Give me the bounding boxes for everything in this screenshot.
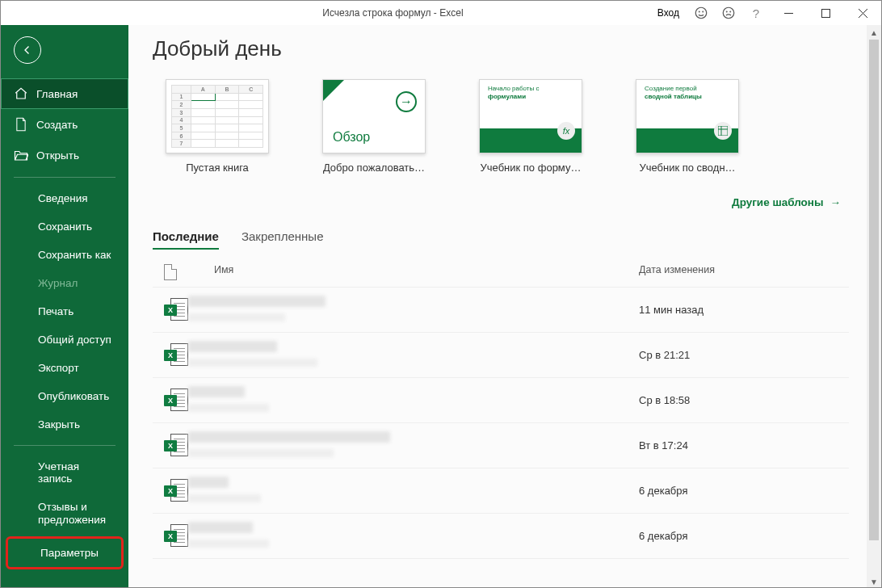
sidebar: Главная Создать Открыть Сведения Сохрани… — [1, 25, 128, 588]
arrow-right-icon: → — [830, 196, 842, 208]
template-label: Учебник по форму… — [466, 162, 595, 174]
file-row[interactable]: X Ср в 18:58 — [153, 378, 849, 423]
file-name — [188, 522, 639, 551]
divider — [14, 445, 116, 446]
sidebar-item-open[interactable]: Открыть — [1, 140, 128, 170]
recent-tabs: Последние Закрепленные — [153, 229, 849, 250]
window-title: Исчезла строка формул - Excel — [136, 7, 649, 19]
template-formulas[interactable]: Начало работы сформулами fx Учебник по ф… — [466, 79, 595, 174]
file-name — [188, 341, 639, 370]
back-button[interactable] — [14, 36, 41, 64]
maximize-button[interactable] — [807, 1, 844, 25]
sidebar-item-info[interactable]: Сведения — [1, 184, 128, 212]
sidebar-item-new[interactable]: Создать — [1, 109, 128, 140]
excel-file-icon: X — [164, 343, 188, 368]
help-icon[interactable]: ? — [742, 1, 770, 25]
file-row[interactable]: X Вт в 17:24 — [153, 423, 849, 468]
sidebar-item-share[interactable]: Общий доступ — [1, 326, 128, 354]
template-label: Учебник по сводн… — [623, 162, 752, 174]
frown-icon[interactable] — [715, 1, 742, 25]
file-date: 6 декабря — [639, 530, 849, 542]
tab-recent[interactable]: Последние — [153, 229, 219, 250]
smile-icon[interactable] — [687, 1, 715, 25]
sidebar-item-home[interactable]: Главная — [1, 78, 128, 109]
sidebar-item-label: Открыть — [36, 149, 79, 162]
template-pivot[interactable]: Создание первойсводной таблицы Учебник п… — [623, 79, 752, 174]
file-date: 6 декабря — [639, 485, 849, 497]
fx-icon: fx — [557, 122, 575, 140]
arrow-right-icon: → — [396, 91, 417, 112]
scroll-up-icon[interactable]: ▲ — [867, 25, 881, 40]
sidebar-item-label: Главная — [36, 88, 78, 100]
svg-point-4 — [726, 11, 727, 12]
scroll-down-icon[interactable]: ▼ — [867, 574, 881, 588]
file-name — [188, 296, 639, 325]
svg-rect-7 — [821, 9, 830, 17]
blank-grid-preview: ABC 1 2 3 4 5 6 7 — [171, 85, 263, 148]
scrollbar[interactable]: ▲ ▼ — [867, 25, 881, 588]
excel-file-icon: X — [164, 524, 188, 548]
home-icon — [14, 86, 28, 101]
excel-file-icon: X — [164, 298, 188, 322]
file-date: Вт в 17:24 — [639, 439, 849, 452]
excel-file-icon: X — [164, 434, 188, 458]
page-title: Добрый день — [153, 36, 849, 61]
template-label: Пустая книга — [153, 162, 282, 174]
template-blank[interactable]: ABC 1 2 3 4 5 6 7 Пустая книга — [153, 79, 282, 174]
file-row[interactable]: X 6 декабря — [153, 514, 849, 559]
file-row[interactable]: X 11 мин назад — [153, 288, 849, 333]
file-name — [188, 386, 639, 415]
close-button[interactable] — [844, 1, 881, 25]
file-date: Ср в 21:21 — [639, 349, 849, 361]
open-icon — [14, 148, 28, 162]
svg-point-0 — [695, 7, 707, 19]
svg-point-1 — [699, 11, 699, 12]
sidebar-item-publish[interactable]: Опубликовать — [1, 382, 128, 410]
file-name — [188, 477, 639, 506]
svg-rect-10 — [718, 126, 728, 136]
file-name — [188, 431, 639, 460]
sidebar-item-export[interactable]: Экспорт — [1, 354, 128, 382]
file-row[interactable]: X 6 декабря — [153, 468, 849, 514]
template-welcome[interactable]: → Обзор Добро пожаловать… — [309, 79, 439, 174]
sidebar-item-account[interactable]: Учетная запись — [1, 452, 128, 493]
column-date[interactable]: Дата изменения — [639, 264, 849, 280]
template-inner-title: Обзор — [333, 130, 370, 145]
templates-row: ABC 1 2 3 4 5 6 7 Пустая книга — [153, 79, 849, 174]
svg-point-2 — [703, 11, 704, 12]
file-list: X 11 мин назад X Ср в 21:21 X Ср в 18:58… — [153, 288, 849, 559]
template-label: Добро пожаловать… — [309, 162, 439, 174]
sidebar-item-save[interactable]: Сохранить — [1, 212, 128, 241]
excel-file-icon: X — [164, 388, 188, 413]
file-row[interactable]: X Ср в 21:21 — [153, 333, 849, 378]
new-icon — [14, 117, 28, 132]
sidebar-item-history: Журнал — [1, 269, 128, 297]
divider — [14, 177, 116, 178]
sidebar-item-close[interactable]: Закрыть — [1, 410, 128, 439]
more-templates-link[interactable]: Другие шаблоны → — [153, 196, 849, 208]
column-name[interactable]: Имя — [182, 264, 639, 280]
scroll-thumb[interactable] — [869, 40, 879, 540]
signin-link[interactable]: Вход — [649, 7, 687, 19]
pivot-icon — [714, 122, 732, 140]
content-area: Добрый день ABC 1 2 3 4 5 6 7 — [128, 25, 881, 588]
excel-file-icon: X — [164, 479, 188, 503]
sidebar-item-label: Создать — [36, 119, 78, 131]
options-highlight: Параметры — [6, 536, 124, 569]
file-list-header: Имя Дата изменения — [153, 256, 849, 288]
minimize-button[interactable] — [770, 1, 807, 25]
titlebar: Исчезла строка формул - Excel Вход ? — [1, 1, 881, 25]
svg-point-3 — [723, 7, 734, 19]
sidebar-item-saveas[interactable]: Сохранить как — [1, 241, 128, 269]
file-date: Ср в 18:58 — [639, 394, 849, 406]
file-date: 11 мин назад — [639, 304, 849, 316]
tab-pinned[interactable]: Закрепленные — [242, 229, 324, 250]
sidebar-item-print[interactable]: Печать — [1, 297, 128, 326]
document-icon — [164, 264, 177, 280]
svg-point-5 — [730, 11, 731, 12]
sidebar-item-feedback[interactable]: Отзывы и предложения — [1, 493, 128, 535]
sidebar-item-options[interactable]: Параметры — [8, 539, 121, 567]
